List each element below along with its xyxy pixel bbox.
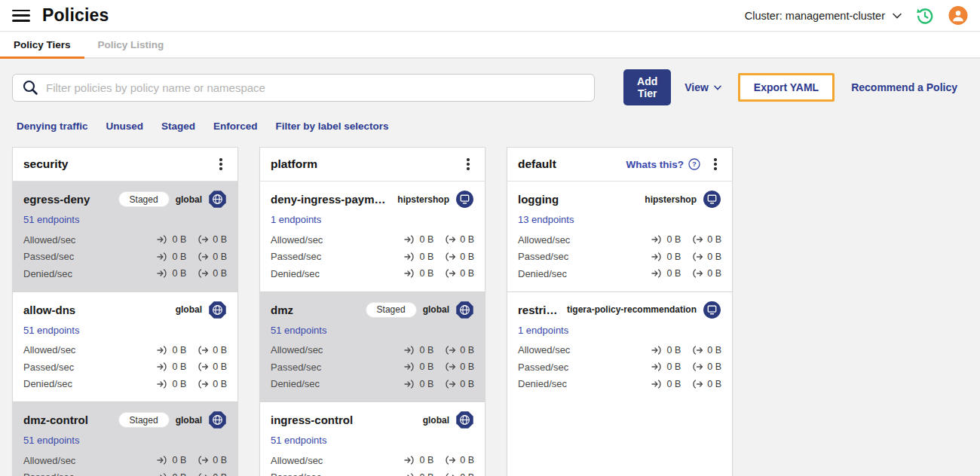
metric-row: Denied/sec 0 B 0 B — [23, 265, 227, 282]
filter-link[interactable]: Denying traffic — [17, 121, 88, 132]
egress-bytes-value: 0 B — [707, 379, 721, 389]
policy-name: egress-deny — [23, 193, 112, 206]
endpoints-link[interactable]: 1 endpoints — [518, 325, 568, 336]
policy-card[interactable]: logging hipstershop 13 endpoints Allowed… — [507, 182, 732, 292]
global-policy-icon — [208, 190, 227, 209]
egress-bytes-icon — [445, 235, 456, 244]
ingress-bytes-icon — [651, 235, 663, 244]
ingress-bytes-value: 0 B — [419, 362, 433, 372]
metric-label: Allowed/sec — [23, 234, 75, 246]
filter-link[interactable]: Enforced — [213, 121, 258, 132]
tier-name: default — [518, 157, 556, 171]
endpoints-link[interactable]: 51 endpoints — [271, 435, 326, 446]
egress-bytes-icon — [198, 362, 209, 371]
metric-label: Allowed/sec — [23, 455, 75, 466]
tier-column-default: default Whats this? ? logging hipstersho… — [507, 147, 733, 476]
policy-card[interactable]: ingress-control global 51 endpoints Allo… — [260, 402, 485, 476]
tab-policy-listing[interactable]: Policy Listing — [84, 32, 178, 57]
endpoints-link[interactable]: 1 endpoints — [271, 214, 321, 225]
ingress-bytes-icon — [157, 456, 168, 465]
filter-link[interactable]: Filter by label selectors — [276, 121, 389, 132]
metric-row: Allowed/sec 0 B 0 B — [23, 342, 227, 359]
policy-scope-label: global — [176, 194, 202, 205]
ingress-bytes-icon — [404, 456, 415, 465]
ingress-bytes-icon — [157, 252, 168, 261]
staged-badge: Staged — [118, 191, 170, 207]
tab-bar: Policy Tiers Policy Listing — [0, 32, 980, 59]
egress-bytes-icon — [445, 362, 456, 371]
ingress-bytes-value: 0 B — [172, 455, 186, 465]
metric-row: Passed/sec 0 B 0 B — [23, 249, 227, 266]
chevron-down-icon — [893, 13, 902, 19]
tier-menu-kebab-icon[interactable] — [215, 157, 227, 171]
metric-row: Allowed/sec 0 B 0 B — [23, 231, 227, 249]
whats-this-link[interactable]: Whats this? ? — [626, 158, 701, 170]
user-avatar[interactable] — [948, 6, 968, 26]
egress-bytes-icon — [445, 269, 456, 278]
chevron-down-icon — [714, 85, 721, 90]
ingress-bytes-icon — [404, 362, 415, 371]
policy-card[interactable]: egress-deny Staged global 51 endpoints A… — [13, 182, 237, 292]
policy-card[interactable]: allow-dns global 51 endpoints Allowed/se… — [13, 292, 237, 403]
filter-link[interactable]: Unused — [106, 121, 144, 132]
metric-row: Allowed/sec 0 B 0 B — [271, 452, 474, 469]
ingress-bytes-value: 0 B — [666, 379, 681, 389]
egress-bytes-value: 0 B — [213, 455, 227, 465]
namespaced-policy-icon — [703, 190, 721, 209]
policy-card[interactable]: deny-ingress-paymentservi… hipstershop 1… — [260, 182, 485, 292]
egress-bytes-icon — [692, 346, 703, 355]
ingress-bytes-value: 0 B — [172, 362, 186, 372]
ingress-bytes-value: 0 B — [666, 252, 681, 262]
endpoints-link[interactable]: 51 endpoints — [23, 214, 79, 225]
metrics: Allowed/sec 0 B 0 B Passed/sec — [23, 231, 227, 282]
egress-bytes-value: 0 B — [213, 362, 227, 372]
policy-scope-label: hipstershop — [397, 194, 449, 205]
tier-menu-kebab-icon[interactable] — [462, 157, 474, 171]
policy-card[interactable]: dmz Staged global 51 endpoints Allowed/s… — [260, 292, 485, 403]
egress-bytes-icon — [198, 473, 209, 476]
metric-row: Denied/sec 0 B 0 B — [271, 376, 474, 393]
global-policy-icon — [208, 301, 227, 319]
tab-policy-tiers[interactable]: Policy Tiers — [0, 32, 84, 57]
policy-card[interactable]: restricted tigera-policy-recommendation … — [507, 292, 732, 402]
policy-card[interactable]: dmz-control Staged global 51 endpoints A… — [13, 402, 237, 476]
policy-search-input[interactable] — [46, 81, 585, 94]
egress-bytes-value: 0 B — [707, 362, 721, 372]
egress-bytes-value: 0 B — [707, 234, 721, 245]
policy-scope-label: global — [176, 304, 202, 315]
tier-menu-kebab-icon[interactable] — [709, 157, 721, 171]
egress-bytes-icon — [445, 252, 456, 261]
egress-bytes-icon — [198, 252, 209, 261]
metrics: Allowed/sec 0 B 0 B Passed/sec — [518, 231, 721, 282]
add-tier-button[interactable]: Add Tier — [623, 69, 671, 105]
ingress-bytes-value: 0 B — [419, 472, 433, 476]
policy-scope-label: global — [423, 304, 449, 315]
metric-row: Passed/sec 0 B 0 B — [23, 469, 227, 476]
metric-row: Passed/sec 0 B 0 B — [518, 359, 721, 376]
policy-name: ingress-control — [271, 413, 417, 426]
policy-search-box — [12, 74, 595, 102]
export-yaml-button[interactable]: Export YAML — [754, 81, 819, 93]
history-icon[interactable] — [915, 6, 935, 26]
egress-bytes-icon — [445, 473, 456, 476]
ingress-bytes-value: 0 B — [666, 268, 681, 279]
policy-list: deny-ingress-paymentservi… hipstershop 1… — [260, 182, 485, 476]
endpoints-link[interactable]: 51 endpoints — [23, 435, 79, 446]
cluster-selector[interactable]: Cluster: management-cluster — [745, 10, 902, 22]
metrics: Allowed/sec 0 B 0 B Passed/sec — [23, 342, 227, 393]
policy-list: logging hipstershop 13 endpoints Allowed… — [507, 182, 732, 401]
egress-bytes-value: 0 B — [707, 252, 721, 262]
view-dropdown-button[interactable]: View — [674, 75, 732, 99]
metric-row: Allowed/sec 0 B 0 B — [271, 342, 474, 359]
hamburger-menu-icon[interactable] — [12, 10, 30, 22]
policy-name: dmz — [271, 304, 360, 316]
endpoints-link[interactable]: 13 endpoints — [518, 214, 574, 225]
endpoints-link[interactable]: 51 endpoints — [23, 325, 79, 336]
egress-bytes-value: 0 B — [707, 345, 721, 355]
endpoints-link[interactable]: 51 endpoints — [271, 325, 326, 336]
filter-link[interactable]: Staged — [161, 121, 195, 132]
whats-this-label: Whats this? — [626, 159, 684, 170]
egress-bytes-icon — [692, 380, 703, 389]
recommend-policy-button[interactable]: Recommend a Policy — [841, 75, 968, 99]
metric-row: Denied/sec 0 B 0 B — [271, 265, 474, 282]
